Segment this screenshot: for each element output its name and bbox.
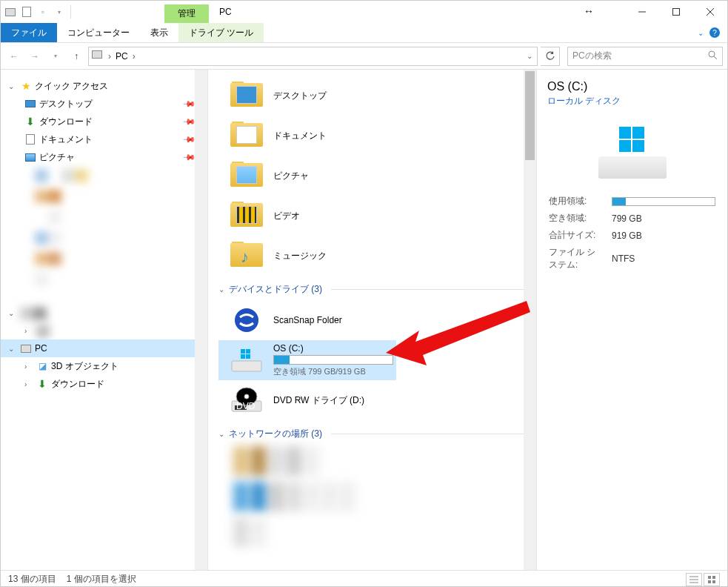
collapse-icon[interactable]: ⌄: [8, 309, 17, 317]
folder-label: ドキュメント: [273, 130, 327, 142]
view-details-button[interactable]: [686, 573, 702, 586]
dvd-icon: DVD: [230, 386, 263, 414]
view-icons-button[interactable]: [704, 573, 720, 586]
group-header-devices[interactable]: ⌄ デバイスとドライブ (3): [218, 283, 526, 296]
close-button[interactable]: [693, 1, 727, 23]
tab-view[interactable]: 表示: [140, 23, 178, 42]
property-key: 合計サイズ:: [549, 228, 603, 243]
svg-point-4: [709, 51, 715, 57]
svg-rect-20: [632, 140, 644, 152]
help-icon[interactable]: ?: [709, 27, 720, 38]
group-header-label: デバイスとドライブ (3): [229, 283, 322, 296]
resize-icon: ↔: [584, 5, 594, 17]
qat-new-icon[interactable]: ▫: [36, 5, 50, 19]
sidebar-item-desktop[interactable]: デスクトップ 📌: [1, 95, 207, 113]
sidebar-item-documents[interactable]: ドキュメント 📌: [1, 130, 207, 148]
tab-drive-tools[interactable]: ドライブ ツール: [178, 23, 264, 42]
sidebar-item-label: ドキュメント: [39, 133, 93, 146]
address-dropdown-icon[interactable]: ⌄: [525, 52, 534, 60]
device-item-os-c[interactable]: OS (C:) 空き領域 799 GB/919 GB: [218, 340, 396, 380]
up-button[interactable]: ↑: [67, 47, 85, 65]
redacted-item: [35, 252, 193, 265]
tab-file[interactable]: ファイル: [1, 23, 57, 42]
refresh-button[interactable]: [541, 47, 560, 66]
svg-point-14: [244, 394, 249, 399]
device-item-scansnap[interactable]: ScanSnap Folder: [218, 300, 526, 340]
navigation-pane: ⌄ ★ クイック アクセス デスクトップ 📌 ⬇ ダウンロード 📌 ドキュメント…: [1, 70, 208, 570]
folder-label: ビデオ: [273, 210, 300, 222]
device-label: ScanSnap Folder: [273, 315, 342, 325]
back-button[interactable]: ←: [5, 47, 23, 65]
expand-icon[interactable]: ›: [24, 327, 33, 335]
document-icon: [24, 133, 36, 145]
recent-dropdown[interactable]: ▾: [47, 47, 64, 65]
pin-icon: 📌: [181, 150, 196, 164]
title-bar: ▫ ▾ 管理 PC ↔: [1, 1, 727, 23]
window-controls: [625, 1, 727, 23]
sidebar-item-label: ピクチャ: [39, 151, 75, 164]
redacted-item: [233, 517, 526, 547]
svg-rect-19: [619, 140, 631, 152]
svg-rect-9: [246, 349, 250, 354]
qat-properties-icon[interactable]: [20, 5, 33, 19]
sidebar-item-pc[interactable]: ⌄ PC: [1, 339, 207, 357]
collapse-icon[interactable]: ⌄: [8, 82, 17, 90]
ribbon-expand-icon[interactable]: ⌄: [698, 29, 704, 37]
folder-item-music[interactable]: ♪ ミュージック: [218, 236, 526, 276]
redacted-item: [233, 482, 526, 511]
device-label: DVD RW ドライブ (D:): [273, 394, 364, 407]
chevron-right-icon[interactable]: ›: [107, 51, 113, 62]
folder-item-desktop[interactable]: デスクトップ: [218, 76, 526, 116]
details-pane: OS (C:) ローカル ディスク 使用領域: 空き領域:799 GB 合計サイ…: [536, 70, 727, 570]
address-bar[interactable]: › PC › ⌄: [88, 47, 538, 66]
sidebar-item-downloads[interactable]: › ⬇ ダウンロード: [1, 375, 207, 393]
property-row: 使用領域:: [549, 193, 715, 209]
sidebar-item-pictures[interactable]: ピクチャ 📌: [1, 148, 207, 166]
expand-icon[interactable]: ›: [24, 362, 33, 371]
folder-icon: [230, 202, 263, 230]
folder-icon: ♪: [230, 242, 263, 270]
pin-icon: 📌: [181, 114, 196, 128]
collapse-icon[interactable]: ⌄: [8, 345, 17, 353]
redacted-item: [35, 190, 193, 203]
qat-dropdown-icon[interactable]: ▾: [53, 5, 66, 19]
drive-large-icon: [598, 121, 667, 179]
folder-item-pictures[interactable]: ピクチャ: [218, 156, 526, 196]
redacted-item: [35, 169, 193, 182]
details-title: OS (C:): [547, 80, 717, 93]
folder-item-videos[interactable]: ビデオ: [218, 196, 526, 236]
folder-item-documents[interactable]: ドキュメント: [218, 116, 526, 156]
folder-label: ミュージック: [273, 250, 327, 262]
sidebar-item-3d-objects[interactable]: › ◪ 3D オブジェクト: [1, 357, 207, 375]
breadcrumb-pc[interactable]: PC: [113, 51, 131, 62]
sidebar-quick-access[interactable]: ⌄ ★ クイック アクセス: [1, 77, 207, 95]
details-subtitle: ローカル ディスク: [547, 95, 717, 107]
usage-bar: [273, 355, 393, 365]
svg-rect-27: [712, 580, 715, 583]
redacted-item: [36, 325, 73, 336]
minimize-button[interactable]: [625, 1, 659, 23]
search-input[interactable]: PCの検索: [567, 47, 723, 66]
tab-computer[interactable]: コンピューター: [57, 23, 140, 42]
expand-icon[interactable]: ›: [24, 380, 33, 388]
download-icon: ⬇: [36, 378, 48, 390]
sidebar-item-label: 3D オブジェクト: [51, 360, 118, 373]
sidebar-item-downloads[interactable]: ⬇ ダウンロード 📌: [1, 113, 207, 130]
redacted-item: [35, 210, 193, 224]
svg-rect-25: [712, 576, 715, 579]
maximize-button[interactable]: [659, 1, 693, 23]
device-item-dvd[interactable]: DVD DVD RW ドライブ (D:): [218, 380, 526, 420]
sidebar-onedrive[interactable]: ⌄: [1, 304, 207, 322]
content-scrollbar[interactable]: [524, 70, 536, 570]
chevron-right-icon[interactable]: ›: [131, 51, 137, 62]
sidebar-item-redacted[interactable]: ›: [1, 322, 207, 339]
forward-button[interactable]: →: [26, 47, 44, 65]
sidebar-scrollbar[interactable]: [195, 70, 207, 570]
redacted-item: [35, 231, 193, 245]
property-key: 使用領域:: [549, 193, 603, 209]
group-header-network[interactable]: ⌄ ネットワークの場所 (3): [218, 428, 526, 440]
pc-icon: [20, 342, 32, 354]
folder-icon: [230, 82, 263, 110]
3d-icon: ◪: [36, 360, 48, 372]
download-icon: ⬇: [24, 116, 36, 127]
